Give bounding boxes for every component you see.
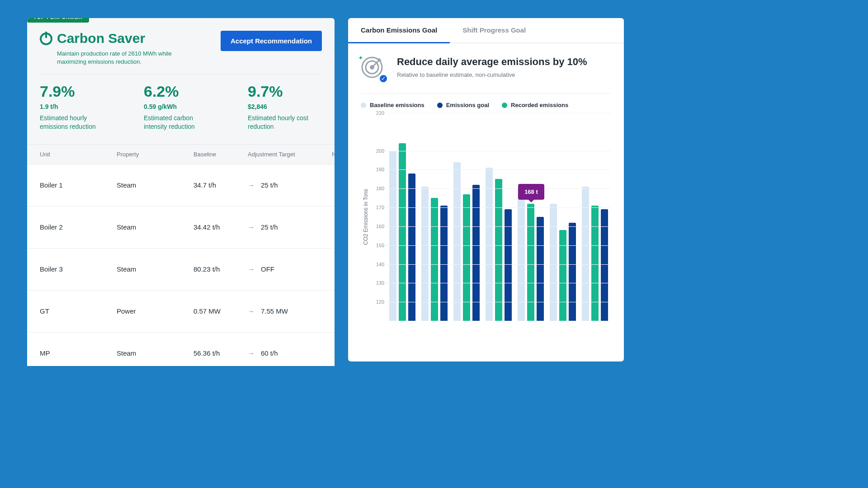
cell-baseline: 56.36 t/h — [193, 349, 248, 357]
col-adjustment: Adjustment Target — [248, 151, 307, 158]
y-tick: 130 — [376, 280, 384, 286]
table-row: GT Power 0.57 MW →7.55 MW + — [27, 291, 335, 333]
metric-label: Estimated hourly emissions reduction — [40, 114, 112, 130]
cell-property: Steam — [117, 181, 193, 189]
metric-pct: 7.9% — [40, 83, 112, 100]
metric-sub: 1.9 t/h — [40, 103, 112, 110]
bar[interactable] — [582, 187, 589, 321]
bar[interactable] — [559, 230, 566, 321]
arrow-right-icon: → — [248, 181, 255, 189]
cell-property: Power — [117, 307, 193, 315]
card-subtitle: Maintain production rate of 2610 MWh whi… — [57, 50, 193, 66]
bar[interactable] — [591, 206, 599, 321]
cell-unit: Boiler 1 — [40, 181, 117, 189]
cell-property: Steam — [117, 223, 193, 231]
bar[interactable] — [495, 179, 502, 321]
cell-unit: GT — [40, 307, 117, 315]
table-row: MP Steam 56.36 t/h →60 t/h + — [27, 333, 335, 366]
bar-group — [418, 113, 450, 321]
bar-group — [579, 113, 611, 321]
y-tick: 190 — [376, 167, 384, 172]
y-tick: 170 — [376, 205, 384, 210]
metric: 6.2% 0.59 g/kWh Estimated carbon intensi… — [144, 83, 216, 130]
bar[interactable] — [421, 187, 429, 321]
y-tick: 120 — [376, 299, 384, 305]
bar[interactable] — [389, 151, 396, 321]
bar[interactable] — [569, 223, 576, 321]
table-header: Unit Property Baseline Adjustment Target… — [27, 144, 335, 164]
metric-label: Estimated carbon intensity reduction — [144, 114, 216, 130]
chart-legend: Baseline emissions Emissions goal Record… — [348, 98, 624, 111]
metrics-row: 7.9% 1.9 t/h Estimated hourly emissions … — [40, 83, 322, 134]
arrow-right-icon: → — [248, 223, 255, 231]
bar-group — [482, 113, 514, 321]
y-tick: 140 — [376, 262, 384, 267]
tab-shift-progress-goal[interactable]: Shift Progress Goal — [450, 18, 538, 43]
legend-goal: Emissions goal — [446, 102, 489, 108]
bar[interactable] — [431, 198, 438, 321]
cell-adjustment: →OFF — [248, 265, 307, 273]
arrow-right-icon: → — [248, 265, 255, 273]
cell-property: Steam — [117, 265, 193, 273]
goal-subtitle: Relative to baseline estimate, non-cumul… — [397, 71, 587, 78]
y-axis-label: CO2 Emissions in Tons — [361, 113, 371, 321]
col-unit: Unit — [40, 151, 117, 158]
accept-recommendation-button[interactable]: Accept Recommendation — [221, 31, 322, 51]
bar[interactable] — [537, 217, 544, 321]
table-row: Boiler 1 Steam 34.7 t/h →25 t/h + — [27, 164, 335, 206]
y-tick: 200 — [376, 148, 384, 154]
table-row: Boiler 2 Steam 34.42 t/h →25 t/h + — [27, 206, 335, 249]
y-tick: 180 — [376, 186, 384, 191]
arrow-right-icon: → — [248, 307, 255, 315]
bar[interactable] — [408, 174, 415, 321]
bar-group — [450, 113, 482, 321]
col-notes: Notes — [307, 151, 335, 158]
cell-unit: Boiler 2 — [40, 223, 117, 231]
metric-pct: 9.7% — [248, 83, 320, 100]
check-icon: ✓ — [379, 74, 388, 83]
cell-property: Steam — [117, 349, 193, 357]
table-row: Boiler 3 Steam 80.23 t/h →OFF 1 — [27, 249, 335, 291]
tabs: Carbon Emissions GoalShift Progress Goal — [348, 18, 624, 43]
bar[interactable] — [472, 185, 480, 321]
bar[interactable] — [486, 168, 493, 321]
chart-tooltip: 168 t — [518, 184, 544, 200]
cell-adjustment: →25 t/h — [248, 181, 307, 189]
power-icon — [40, 33, 52, 45]
metric-sub: 0.59 g/kWh — [144, 103, 216, 110]
bar-group — [386, 113, 418, 321]
legend-baseline: Baseline emissions — [370, 102, 425, 108]
bar-group — [515, 113, 547, 321]
bar[interactable] — [518, 188, 525, 321]
cell-baseline: 0.57 MW — [193, 307, 248, 315]
y-tick: 160 — [376, 224, 384, 229]
cell-adjustment: →25 t/h — [248, 223, 307, 231]
y-tick: 220 — [376, 110, 384, 116]
bar-group — [547, 113, 579, 321]
col-baseline: Baseline — [193, 151, 248, 158]
cell-baseline: 34.7 t/h — [193, 181, 248, 189]
carbon-saver-card: TOP PERFORMER Carbon Saver Maintain prod… — [27, 18, 335, 366]
tab-carbon-emissions-goal[interactable]: Carbon Emissions Goal — [348, 18, 450, 43]
metric: 7.9% 1.9 t/h Estimated hourly emissions … — [40, 83, 112, 130]
cell-adjustment: →60 t/h — [248, 349, 307, 357]
bar[interactable] — [527, 204, 534, 321]
metric-pct: 6.2% — [144, 83, 216, 100]
cell-adjustment: →7.55 MW — [248, 307, 307, 315]
bar[interactable] — [440, 206, 448, 321]
target-icon: ✦ ✓ — [361, 56, 387, 82]
goal-title: Reduce daily average emissions by 10% — [397, 56, 587, 68]
y-tick: 150 — [376, 243, 384, 248]
top-performer-badge: TOP PERFORMER — [27, 18, 89, 23]
legend-recorded: Recorded emissions — [511, 102, 568, 108]
cell-unit: MP — [40, 349, 117, 357]
cell-unit: Boiler 3 — [40, 265, 117, 273]
metric: 9.7% $2,846 Estimated hourly cost reduct… — [248, 83, 320, 130]
arrow-right-icon: → — [248, 349, 255, 357]
bar[interactable] — [453, 162, 461, 321]
metric-sub: $2,846 — [248, 103, 320, 110]
sparkle-icon: ✦ — [358, 54, 363, 61]
card-title: Carbon Saver — [57, 31, 145, 46]
bar[interactable] — [550, 204, 557, 321]
cell-baseline: 80.23 t/h — [193, 265, 248, 273]
